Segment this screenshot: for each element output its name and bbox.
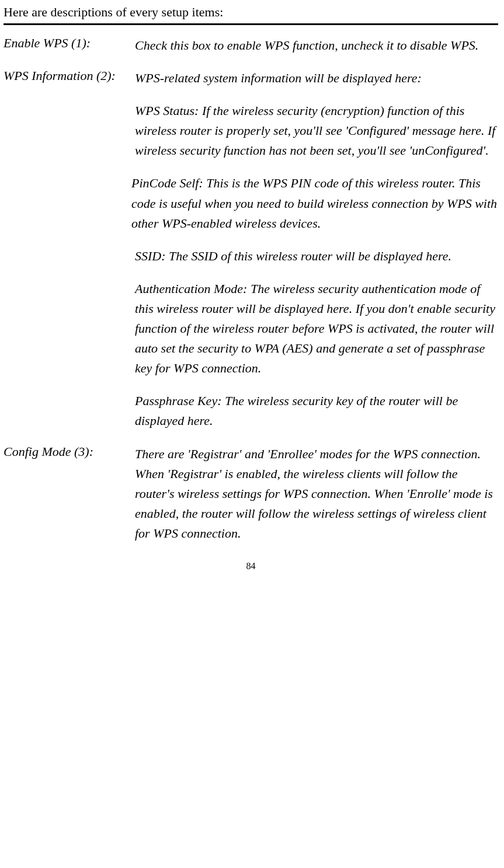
desc-para: PinCode Self: This is the WPS PIN code o… <box>131 173 498 233</box>
desc-para: SSID: The SSID of this wireless router w… <box>135 246 498 266</box>
intro-text: Here are descriptions of every setup ite… <box>4 5 498 20</box>
item-label: Config Mode (3): <box>4 444 135 459</box>
item-description: There are 'Registrar' and 'Enrollee' mod… <box>135 444 498 543</box>
item-description: WPS-related system information will be d… <box>135 68 498 431</box>
desc-para: There are 'Registrar' and 'Enrollee' mod… <box>135 444 498 543</box>
desc-para: WPS Status: If the wireless security (en… <box>135 101 498 161</box>
horizontal-rule <box>4 23 498 25</box>
setup-item-enable-wps: Enable WPS (1): Check this box to enable… <box>4 36 498 55</box>
desc-para: Passphrase Key: The wireless security ke… <box>135 391 498 431</box>
page-number: 84 <box>4 561 498 571</box>
desc-para: Authentication Mode: The wireless securi… <box>135 279 498 378</box>
item-description: Check this box to enable WPS function, u… <box>135 36 498 55</box>
item-label: Enable WPS (1): <box>4 36 135 51</box>
item-label: WPS Information (2): <box>4 68 135 83</box>
desc-para: WPS-related system information will be d… <box>135 68 498 88</box>
desc-para: Check this box to enable WPS function, u… <box>135 36 498 55</box>
setup-item-config-mode: Config Mode (3): There are 'Registrar' a… <box>4 444 498 543</box>
setup-item-wps-information: WPS Information (2): WPS-related system … <box>4 68 498 431</box>
